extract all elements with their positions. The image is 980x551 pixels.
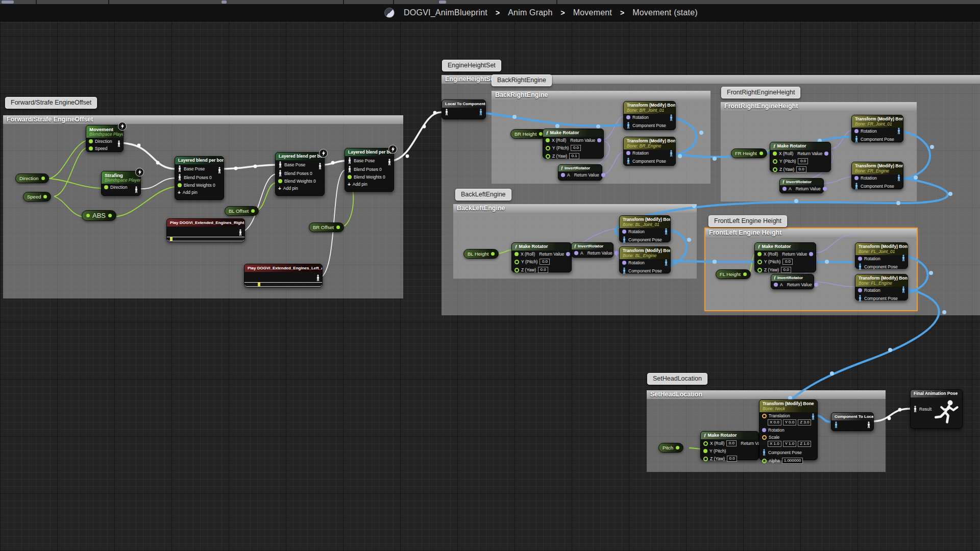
node-layered-blend-3[interactable]: Layered blend per bone Base Pose Blend P… [345,148,394,192]
rotator-output-pin[interactable] [809,252,813,256]
value-field[interactable]: 0.0 [727,456,737,462]
pose-output-pin[interactable] [318,163,322,169]
rotator-output-pin[interactable] [597,138,601,142]
node-transform-bone-br-engine[interactable]: Transform (Modify) BoneBone: BR_Engine R… [623,137,676,166]
node-local-to-component[interactable]: Local To Component [442,99,486,119]
float-input-pin[interactable] [104,185,108,189]
float-input-pin[interactable] [703,457,708,461]
rotator-input-pin[interactable] [858,288,862,292]
pose-input-pin[interactable] [626,122,630,129]
node-layered-blend-2[interactable]: Layered blend per bone Base Pose Blend P… [275,152,325,196]
rotator-input-pin[interactable] [774,283,778,287]
node-invert-rotator-fl[interactable]: ƒInvertRotator AReturn Value [771,274,814,289]
pose-input-pin[interactable] [445,109,449,115]
rotator-output-pin[interactable] [814,283,818,287]
rotator-input-pin[interactable] [622,230,626,234]
float-output-pin[interactable] [108,214,112,217]
pose-output-pin[interactable] [387,159,391,165]
rotator-output-pin[interactable] [824,152,828,156]
value-field[interactable]: 0.0 [726,440,737,446]
value-field[interactable]: Y 1.0 [783,441,797,447]
node-transform-bone-br-joint[interactable]: Transform (Modify) BoneBone: BR_Joint_01… [623,101,676,130]
node-transform-bone-fr-engine[interactable]: Transform (Modify) BoneBone: FR_Engine R… [851,162,903,189]
node-component-to-local[interactable]: Component To Local [831,412,874,431]
pose-output-pin[interactable] [897,128,901,134]
pose-output-pin[interactable] [669,150,673,157]
rotator-input-pin[interactable] [626,151,630,155]
rotator-input-pin[interactable] [626,115,630,119]
float-input-pin[interactable] [773,167,777,172]
comment-header[interactable]: FrontRightEngineHeight [721,102,917,111]
node-make-rotator-head[interactable]: ƒMake Rotator X (Roll)0.0Return Value Y … [700,431,759,460]
pose-input-pin[interactable] [178,165,182,172]
node-make-rotator-bl[interactable]: ƒMake Rotator X (Roll)Return Value Y (Pi… [511,242,572,272]
rotator-input-pin[interactable] [762,428,766,432]
pose-input-pin[interactable] [858,263,862,270]
value-field[interactable]: 0.0 [781,267,791,273]
pill-fr-height[interactable]: FR Height [731,148,767,158]
add-pin-icon[interactable]: + [178,190,181,195]
pill-pitch[interactable]: Pitch [658,443,683,453]
pill-speed[interactable]: Speed [23,192,51,202]
float-output-pin[interactable] [41,177,45,180]
value-field[interactable]: Z 1.0 [798,441,811,447]
rotator-input-pin[interactable] [858,257,862,261]
pose-output-pin[interactable] [134,186,138,193]
node-transform-bone-fl-engine[interactable]: Transform (Modify) BoneBone: FL_Engine R… [855,274,908,300]
float-input-pin[interactable] [773,152,777,156]
float-output-pin[interactable] [43,195,47,198]
pose-input-pin[interactable] [348,166,352,172]
node-invert-rotator-bl[interactable]: ƒInvertRotator AReturn Value [571,242,614,258]
pill-abs[interactable]: ABS [82,210,116,221]
pose-output-pin[interactable] [316,274,320,281]
add-pin-icon[interactable]: + [348,182,351,187]
pose-input-pin[interactable] [622,236,626,243]
node-transform-bone-bl-engine[interactable]: Transform (Modify) BoneBone: BL_Engine R… [619,246,671,273]
float-input-pin[interactable] [86,214,90,217]
pose-input-pin[interactable] [854,183,859,189]
float-input-pin[interactable] [757,252,762,256]
value-field[interactable]: 0.0 [796,166,806,172]
pose-output-pin[interactable] [901,286,905,293]
node-movement-blendspace[interactable]: MovementBlendspace Player Direction Spee… [86,125,124,152]
float-output-pin[interactable] [491,252,495,256]
pill-direction[interactable]: Direction [15,173,49,183]
pose-input-pin[interactable] [854,136,859,142]
node-make-rotator-fr[interactable]: ƒMake Rotator X (Roll)Return Value Y (Pi… [770,142,831,172]
pose-input-pin[interactable] [348,157,352,164]
pose-input-pin[interactable] [622,267,626,274]
pose-output-pin[interactable] [479,109,483,115]
float-output-pin[interactable] [743,272,747,276]
pose-input-pin[interactable] [626,158,630,164]
value-field[interactable]: 1.000000 [782,458,803,464]
pill-bl-height[interactable]: BL Height [463,249,499,259]
comment-forward-strafe[interactable]: Forward/Strafe EngineOffset [3,115,403,298]
rotator-input-pin[interactable] [782,187,787,191]
rotator-input-pin[interactable] [854,176,859,180]
pose-output-pin[interactable] [897,174,901,181]
pose-input-pin[interactable] [762,449,766,456]
value-field[interactable]: 0.0 [782,259,793,265]
node-transform-bone-fr-joint[interactable]: Transform (Modify) BoneBone: FR_Joint_01… [851,115,903,142]
node-final-animation-pose[interactable]: Final Animation Pose Result [910,389,963,429]
value-field[interactable]: 0.0 [571,145,581,151]
node-invert-rotator-fr[interactable]: ƒInvertRotator AReturn Value [779,178,824,193]
pose-input-pin[interactable] [278,170,282,177]
node-transform-bone-bl-joint[interactable]: Transform (Modify) BoneBone: BL_Joint_01… [619,215,671,242]
rotator-input-pin[interactable] [574,251,578,255]
comment-header[interactable]: SetHeadLocation [647,390,886,399]
pose-input-pin[interactable] [913,406,917,412]
vector-input-pin[interactable] [762,435,767,440]
rotator-output-pin[interactable] [615,251,619,255]
pose-output-pin[interactable] [117,140,121,147]
float-output-pin[interactable] [336,226,340,229]
float-input-pin[interactable] [546,146,550,151]
float-input-pin[interactable] [546,138,550,142]
pill-br-height[interactable]: BR Height [510,129,547,139]
pose-output-pin[interactable] [901,255,905,261]
node-make-rotator-fl[interactable]: ƒMake Rotator X (Roll)Return Value Y (Pi… [754,242,816,272]
value-field[interactable]: 0.0 [540,259,550,265]
pill-bl-offset[interactable]: BL Offset [225,206,259,216]
vector-input-pin[interactable] [762,414,767,418]
add-pin-icon[interactable]: + [278,186,281,191]
